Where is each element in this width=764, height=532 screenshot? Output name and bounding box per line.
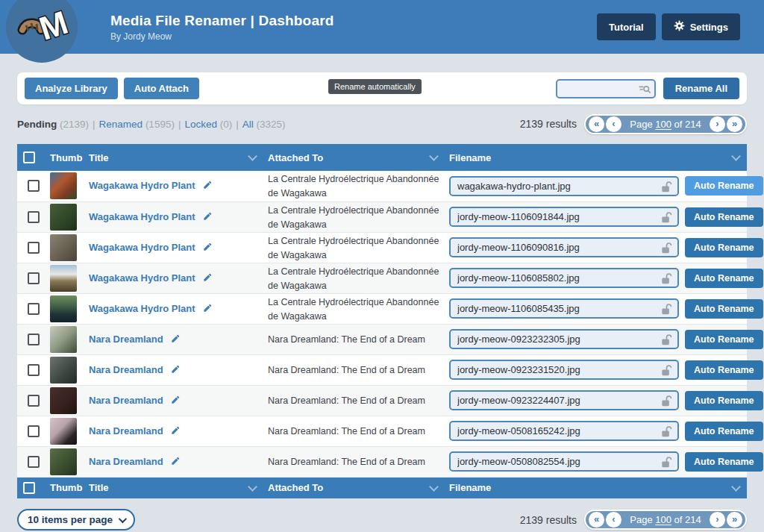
row-checkbox[interactable] bbox=[28, 272, 40, 284]
auto-rename-button[interactable]: Auto Rename bbox=[685, 330, 763, 349]
thumbnail[interactable] bbox=[50, 172, 77, 199]
edit-pencil-icon[interactable] bbox=[170, 364, 181, 378]
unlock-icon[interactable] bbox=[660, 302, 674, 319]
auto-rename-button[interactable]: Auto Rename bbox=[685, 299, 763, 319]
tutorial-button[interactable]: Tutorial bbox=[597, 13, 656, 40]
first-page-button[interactable]: « bbox=[589, 512, 604, 528]
column-header-thumb[interactable]: Thumb bbox=[46, 144, 84, 171]
rename-all-button[interactable]: Rename All bbox=[663, 78, 739, 99]
filename-input[interactable] bbox=[451, 361, 677, 378]
current-page[interactable]: 100 bbox=[655, 119, 671, 130]
unlock-icon[interactable] bbox=[660, 455, 674, 472]
column-header-title[interactable]: Title bbox=[84, 144, 263, 171]
column-footer-attached[interactable]: Attached To bbox=[263, 477, 445, 498]
thumbnail[interactable] bbox=[50, 204, 77, 231]
row-title-link[interactable]: Wagakawa Hydro Plant bbox=[89, 272, 195, 284]
auto-rename-button[interactable]: Auto Rename bbox=[685, 391, 763, 410]
last-page-button[interactable]: » bbox=[727, 512, 742, 528]
prev-page-button[interactable]: ‹ bbox=[606, 512, 621, 528]
select-all-checkbox[interactable] bbox=[23, 151, 35, 163]
sort-caret-icon[interactable] bbox=[430, 153, 437, 160]
sort-caret-icon[interactable] bbox=[249, 484, 256, 490]
row-checkbox[interactable] bbox=[28, 242, 40, 254]
edit-pencil-icon[interactable] bbox=[202, 242, 213, 255]
row-checkbox[interactable] bbox=[28, 180, 40, 192]
column-footer-title[interactable]: Title bbox=[84, 477, 263, 498]
auto-rename-button[interactable]: Auto Rename bbox=[685, 238, 763, 257]
auto-rename-button[interactable]: Auto Rename bbox=[685, 207, 763, 227]
column-footer-filename[interactable]: Filename bbox=[445, 477, 747, 498]
row-title-link[interactable]: Wagakawa Hydro Plant bbox=[89, 303, 195, 314]
unlock-icon[interactable] bbox=[660, 333, 674, 350]
unlock-icon[interactable] bbox=[660, 241, 674, 258]
row-checkbox[interactable] bbox=[28, 425, 40, 437]
thumbnail[interactable] bbox=[50, 295, 77, 322]
auto-rename-button[interactable]: Auto Rename bbox=[685, 452, 763, 472]
unlock-icon[interactable] bbox=[660, 363, 674, 381]
prev-page-button[interactable]: ‹ bbox=[606, 116, 621, 132]
first-page-button[interactable]: « bbox=[589, 116, 604, 132]
current-page[interactable]: 100 bbox=[655, 514, 671, 525]
select-all-checkbox[interactable] bbox=[23, 482, 35, 494]
auto-rename-button[interactable]: Auto Rename bbox=[685, 360, 763, 380]
filter-renamed[interactable]: Renamed bbox=[99, 119, 143, 130]
filename-input[interactable] bbox=[451, 453, 677, 470]
filename-input[interactable] bbox=[451, 178, 677, 195]
auto-attach-button[interactable]: Auto Attach bbox=[124, 78, 199, 99]
unlock-icon[interactable] bbox=[660, 272, 674, 289]
thumbnail[interactable] bbox=[50, 357, 77, 384]
filename-input[interactable] bbox=[451, 300, 677, 317]
thumbnail[interactable] bbox=[50, 234, 77, 261]
edit-pencil-icon[interactable] bbox=[170, 456, 181, 469]
filename-input[interactable] bbox=[451, 208, 677, 225]
edit-pencil-icon[interactable] bbox=[170, 334, 181, 347]
edit-pencil-icon[interactable] bbox=[170, 395, 181, 408]
row-title-link[interactable]: Nara Dreamland bbox=[89, 425, 163, 436]
row-checkbox[interactable] bbox=[28, 364, 40, 376]
thumbnail[interactable] bbox=[50, 387, 77, 414]
row-title-link[interactable]: Nara Dreamland bbox=[89, 395, 163, 406]
row-title-link[interactable]: Nara Dreamland bbox=[89, 334, 163, 345]
unlock-icon[interactable] bbox=[660, 394, 674, 411]
edit-pencil-icon[interactable] bbox=[202, 211, 213, 225]
row-checkbox[interactable] bbox=[28, 211, 40, 223]
column-header-filename[interactable]: Filename bbox=[445, 144, 747, 171]
filter-locked[interactable]: Locked bbox=[184, 119, 217, 130]
unlock-icon[interactable] bbox=[660, 180, 674, 197]
filename-input[interactable] bbox=[451, 392, 677, 409]
thumbnail[interactable] bbox=[50, 265, 77, 292]
sort-caret-icon[interactable] bbox=[733, 153, 739, 160]
sort-caret-icon[interactable] bbox=[249, 153, 256, 160]
auto-rename-button[interactable]: Auto Rename bbox=[685, 422, 763, 441]
edit-pencil-icon[interactable] bbox=[202, 272, 213, 286]
row-checkbox[interactable] bbox=[28, 456, 40, 468]
sort-caret-icon[interactable] bbox=[430, 484, 437, 490]
column-footer-thumb[interactable]: Thumb bbox=[46, 477, 84, 498]
analyze-library-button[interactable]: Analyze Library bbox=[25, 78, 118, 99]
row-checkbox[interactable] bbox=[28, 303, 40, 315]
sort-caret-icon[interactable] bbox=[733, 484, 739, 490]
next-page-button[interactable]: › bbox=[710, 116, 725, 132]
unlock-icon[interactable] bbox=[660, 210, 674, 228]
row-checkbox[interactable] bbox=[28, 395, 40, 407]
row-title-link[interactable]: Nara Dreamland bbox=[89, 364, 163, 375]
thumbnail[interactable] bbox=[50, 418, 77, 445]
auto-rename-button[interactable]: Auto Rename bbox=[685, 176, 763, 195]
row-title-link[interactable]: Wagakawa Hydro Plant bbox=[89, 211, 195, 222]
thumbnail[interactable] bbox=[50, 326, 77, 353]
edit-pencil-icon[interactable] bbox=[170, 425, 181, 439]
last-page-button[interactable]: » bbox=[727, 116, 742, 132]
column-header-attached[interactable]: Attached To bbox=[263, 144, 445, 171]
settings-button[interactable]: Settings bbox=[662, 13, 740, 40]
filename-input[interactable] bbox=[451, 239, 677, 256]
edit-pencil-icon[interactable] bbox=[202, 303, 213, 316]
thumbnail[interactable] bbox=[50, 448, 77, 475]
unlock-icon[interactable] bbox=[660, 425, 674, 442]
row-title-link[interactable]: Wagakawa Hydro Plant bbox=[89, 242, 195, 253]
filename-input[interactable] bbox=[451, 269, 677, 287]
filter-all[interactable]: All bbox=[242, 119, 254, 130]
filename-input[interactable] bbox=[451, 422, 677, 439]
edit-pencil-icon[interactable] bbox=[202, 180, 213, 193]
row-title-link[interactable]: Nara Dreamland bbox=[89, 456, 163, 467]
auto-rename-button[interactable]: Auto Rename bbox=[685, 269, 763, 288]
